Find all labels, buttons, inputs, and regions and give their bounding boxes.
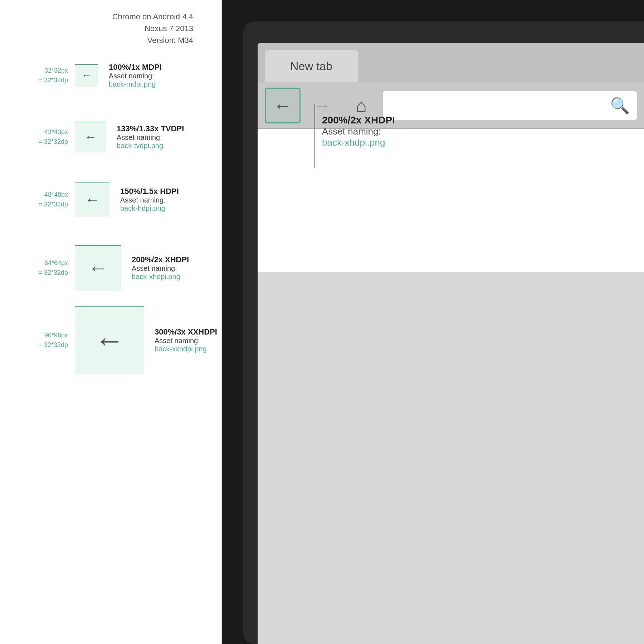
asset-row-hdpi: 48*48px = 32*32dp ← 150%/1.5x HDPI Asset…: [21, 182, 179, 217]
callout-line: [314, 104, 315, 168]
device-info-line1: Chrome on Android 4.4: [112, 11, 193, 23]
back-arrow-xhdpi: ←: [88, 258, 108, 278]
asset-row-mdpi: 32*32px = 32*32dp ← 100%/1x MDPI Asset n…: [21, 63, 162, 88]
device-info-line3: Version: M34: [112, 34, 193, 46]
asset-icon-mdpi: ←: [75, 64, 98, 87]
asset-row-tvdpi: 43*43px = 32*32dp ← 133%/1.33x TVDPI Ass…: [21, 122, 184, 152]
asset-icon-tvdpi: ←: [75, 122, 106, 152]
asset-icon-hdpi: ←: [75, 182, 109, 217]
back-arrow-xxhdpi: ←: [94, 325, 125, 355]
asset-label-xxhdpi: 96*96px = 32*32dp: [21, 331, 68, 350]
asset-label-mdpi: 32*32px = 32*32dp: [21, 66, 68, 85]
right-panel: New tab ← → ⌂ 🔍: [222, 0, 644, 644]
asset-label-xhdpi: 64*64px = 32*32dp: [21, 258, 68, 278]
device-info-line2: Nexus 7 2013: [112, 23, 193, 34]
asset-row-xhdpi: 64*64px = 32*32dp ← 200%/2x XHDPI Asset …: [21, 245, 189, 291]
asset-label-tvdpi: 43*43px = 32*32dp: [21, 127, 68, 147]
asset-info-xxhdpi: 300%/3x XXHDPI Asset naming: back-xxhdpi…: [155, 327, 217, 353]
asset-label-hdpi: 48*48px = 32*32dp: [21, 190, 68, 209]
device-frame: New tab ← → ⌂ 🔍: [243, 21, 644, 644]
omnibox[interactable]: 🔍: [383, 91, 637, 120]
page-content: [258, 129, 644, 272]
tab-bar: New tab: [258, 43, 644, 82]
asset-info-xhdpi: 200%/2x XHDPI Asset naming: back-xhdpi.p…: [132, 255, 189, 281]
asset-border-xxhdpi: [75, 306, 144, 307]
device-info: Chrome on Android 4.4 Nexus 7 2013 Versi…: [112, 11, 193, 46]
browser-tab[interactable]: New tab: [265, 50, 358, 82]
asset-info-mdpi: 100%/1x MDPI Asset naming: back-mdpi.png: [109, 63, 162, 88]
asset-border-tvdpi: [75, 122, 106, 122]
device-screen: New tab ← → ⌂ 🔍: [258, 43, 644, 644]
asset-row-xxhdpi: 96*96px = 32*32dp ← 300%/3x XXHDPI Asset…: [21, 306, 217, 375]
search-icon: 🔍: [610, 96, 630, 115]
back-arrow-hdpi: ←: [85, 192, 100, 207]
asset-border-hdpi: [75, 182, 109, 183]
back-button[interactable]: ←: [265, 88, 301, 123]
back-arrow-tvdpi: ←: [84, 131, 97, 143]
tab-title: New tab: [290, 60, 332, 73]
asset-icon-xhdpi: ←: [75, 245, 121, 291]
asset-icon-xxhdpi: ←: [75, 306, 144, 375]
back-arrow-icon: ←: [273, 95, 292, 116]
asset-info-hdpi: 150%/1.5x HDPI Asset naming: back-hdpi.p…: [120, 187, 179, 213]
asset-info-tvdpi: 133%/1.33x TVDPI Asset naming: back-tvdp…: [117, 124, 184, 150]
back-arrow-mdpi: ←: [82, 70, 92, 80]
asset-border-xhdpi: [75, 245, 121, 246]
xhdpi-annotation: 200%/2x XHDPI Asset naming: back-xhdpi.p…: [297, 104, 395, 148]
left-panel: Chrome on Android 4.4 Nexus 7 2013 Versi…: [0, 0, 222, 644]
annotation-box: 200%/2x XHDPI Asset naming: back-xhdpi.p…: [322, 114, 395, 148]
asset-border-mdpi: [75, 64, 98, 65]
